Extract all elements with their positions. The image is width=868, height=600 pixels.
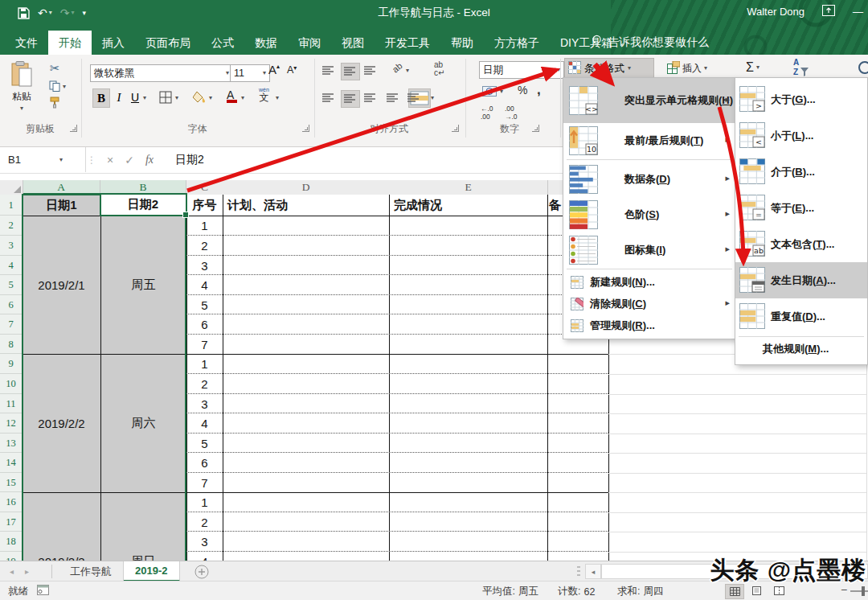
row-header-10[interactable]: 10: [0, 374, 23, 394]
bold-button[interactable]: B: [92, 88, 110, 108]
name-box[interactable]: B1 ▾: [0, 147, 86, 172]
row-header-16[interactable]: 16: [0, 492, 23, 512]
conditional-formatting-button[interactable]: 条件格式 ▾: [564, 58, 654, 79]
grid-cell[interactable]: 3: [186, 532, 223, 552]
column-header-d[interactable]: D: [223, 180, 390, 195]
ribbon-tab-1[interactable]: 开始: [48, 31, 92, 55]
grid-cell[interactable]: 6: [186, 315, 223, 335]
user-name[interactable]: Walter Dong: [747, 6, 805, 18]
submenu-item-date-occurring[interactable]: 发生日期(A)...: [735, 262, 867, 298]
grid-cell[interactable]: 计划、活动: [227, 195, 384, 216]
grid-cell[interactable]: 日期1: [23, 195, 100, 216]
alignment-dialog-launcher-icon[interactable]: [452, 125, 459, 132]
format-painter-icon[interactable]: [49, 97, 61, 112]
font-dialog-launcher-icon[interactable]: [302, 125, 309, 132]
ribbon-tab-2[interactable]: 插入: [92, 31, 135, 55]
grid-cell[interactable]: 2019/2/3: [23, 552, 100, 561]
row-header-6[interactable]: 6: [0, 295, 23, 314]
grid-cell[interactable]: 5: [186, 434, 223, 453]
menu-item-data-bars[interactable]: 数据条(D)▸: [563, 162, 735, 197]
grid-cell[interactable]: 2019/2/1: [23, 275, 100, 294]
grid-cell[interactable]: 4: [186, 552, 223, 561]
minimize-button[interactable]: —: [853, 6, 863, 18]
grid-cell[interactable]: 周日: [100, 552, 186, 561]
formula-input[interactable]: 日期2: [175, 147, 204, 172]
number-format-select[interactable]: 日期▾: [479, 61, 564, 79]
grid-cell[interactable]: 7: [186, 473, 223, 492]
clipboard-dialog-launcher-icon[interactable]: [70, 125, 77, 132]
row-header-4[interactable]: 4: [0, 256, 23, 275]
grid-cell[interactable]: 备: [549, 195, 563, 216]
macro-record-icon[interactable]: [37, 585, 49, 598]
row-header-14[interactable]: 14: [0, 453, 23, 473]
decrease-indent-icon[interactable]: [384, 90, 402, 106]
grid-cell[interactable]: 2: [186, 512, 223, 532]
ribbon-tab-9[interactable]: 帮助: [440, 31, 484, 55]
sheet-nav-right-icon[interactable]: ▸: [25, 567, 29, 576]
ribbon-tab-6[interactable]: 审阅: [288, 31, 331, 55]
grid-cell[interactable]: 周六: [100, 413, 186, 433]
sheet-tab-1[interactable]: 2019-2: [124, 561, 179, 582]
submenu-item-less-than[interactable]: <小于(L)...: [735, 117, 867, 154]
align-bottom-icon[interactable]: [362, 63, 379, 79]
ribbon-tab-3[interactable]: 页面布局: [135, 31, 201, 55]
menu-item-new-rule[interactable]: 新建规则(N)...: [563, 271, 735, 293]
row-header-12[interactable]: 12: [0, 413, 23, 434]
font-size-select[interactable]: 11▾: [230, 64, 270, 82]
underline-button[interactable]: U: [129, 88, 141, 106]
row-header-2[interactable]: 2: [0, 216, 23, 236]
submenu-item-equal-to[interactable]: =等于(E)...: [735, 190, 867, 226]
grid-cell[interactable]: 3: [186, 256, 223, 275]
paste-button[interactable]: 粘贴 ▾: [10, 61, 34, 112]
increase-decimal-icon[interactable]: ←.0.00: [481, 105, 493, 121]
copy-icon[interactable]: [49, 80, 60, 95]
grid-cell[interactable]: 序号: [186, 195, 223, 216]
row-header-13[interactable]: 13: [0, 434, 23, 453]
row-header-1[interactable]: 1: [0, 195, 23, 216]
cut-icon[interactable]: ✂: [50, 61, 60, 76]
row-header-5[interactable]: 5: [0, 275, 23, 295]
zoom-slider[interactable]: [850, 590, 868, 592]
row-header-17[interactable]: 17: [0, 512, 23, 532]
submenu-item-duplicate-values[interactable]: 重复值(D)...: [735, 298, 867, 335]
insert-cells-button[interactable]: 插入 ▾: [667, 60, 707, 77]
align-top-icon[interactable]: [320, 63, 338, 79]
menu-item-icon-sets[interactable]: 图标集(I)▸: [563, 232, 735, 268]
grid-cell[interactable]: 4: [186, 276, 223, 295]
ribbon-tab-11[interactable]: DIY工具箱: [550, 31, 623, 55]
insert-function-icon[interactable]: fx: [145, 154, 154, 166]
menu-item-color-scales[interactable]: 色阶(S)▸: [563, 197, 735, 232]
name-box-dropdown-icon[interactable]: ▾: [59, 157, 63, 163]
ribbon-display-options-icon[interactable]: [822, 5, 835, 18]
menu-item-clear-rules[interactable]: 清除规则(C)▸: [563, 293, 735, 314]
row-header-18[interactable]: 18: [0, 532, 23, 552]
decrease-decimal-icon[interactable]: .00→.0: [505, 105, 518, 121]
menu-item-top-bottom-rules[interactable]: 10最前/最后规则(T)▸: [563, 123, 735, 158]
grid-cell[interactable]: 5: [186, 295, 223, 314]
hscroll-left-icon[interactable]: ◂: [585, 564, 601, 579]
cancel-icon[interactable]: ×: [107, 154, 113, 166]
row-header-9[interactable]: 9: [0, 354, 23, 374]
grid-cell[interactable]: 周五: [100, 275, 186, 294]
borders-icon[interactable]: [159, 91, 172, 107]
increase-font-size-button[interactable]: A▴: [268, 63, 280, 76]
grid-cell[interactable]: 6: [186, 454, 223, 473]
new-sheet-button[interactable]: [194, 561, 209, 582]
row-header-3[interactable]: 3: [0, 236, 23, 256]
select-all-corner[interactable]: [0, 180, 23, 195]
percent-style-icon[interactable]: %: [518, 84, 527, 97]
grid-cell[interactable]: 1: [186, 355, 223, 374]
sheet-nav-left-icon[interactable]: ◂: [10, 567, 14, 576]
grid-cell[interactable]: 1: [186, 216, 223, 236]
sheet-tab-0[interactable]: 工作导航: [59, 561, 124, 582]
wrap-text-icon[interactable]: abc↵: [434, 61, 444, 77]
grid-cell[interactable]: 2: [186, 375, 223, 394]
grid-cell[interactable]: 7: [186, 335, 223, 354]
ribbon-tab-file[interactable]: 文件: [5, 31, 48, 55]
sort-filter-icon[interactable]: AZ: [789, 56, 810, 77]
submenu-item-between[interactable]: 介于(B)...: [735, 154, 867, 190]
ribbon-tab-10[interactable]: 方方格子: [484, 31, 550, 55]
number-dialog-launcher-icon[interactable]: [532, 125, 539, 132]
grid-cell[interactable]: 2019/2/2: [23, 413, 100, 433]
autosum-button[interactable]: Σ▾: [746, 58, 760, 77]
